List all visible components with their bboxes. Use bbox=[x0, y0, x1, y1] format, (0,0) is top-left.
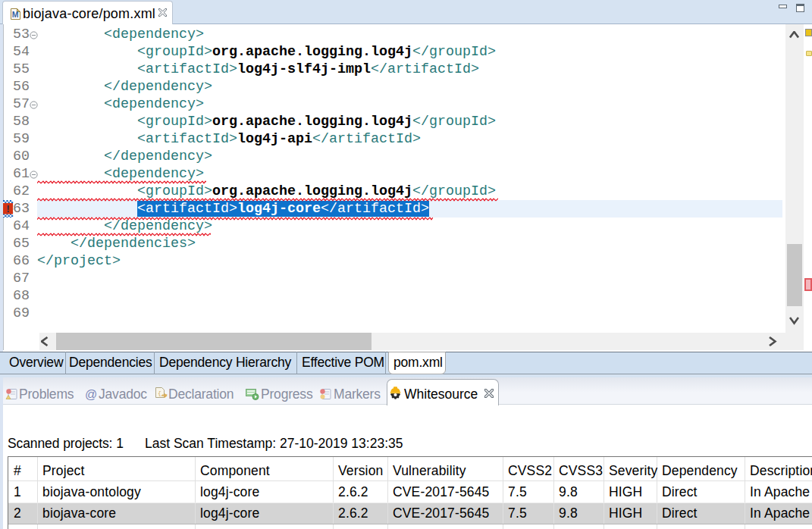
svg-text:!: ! bbox=[7, 204, 10, 214]
svg-text:M: M bbox=[12, 10, 19, 19]
